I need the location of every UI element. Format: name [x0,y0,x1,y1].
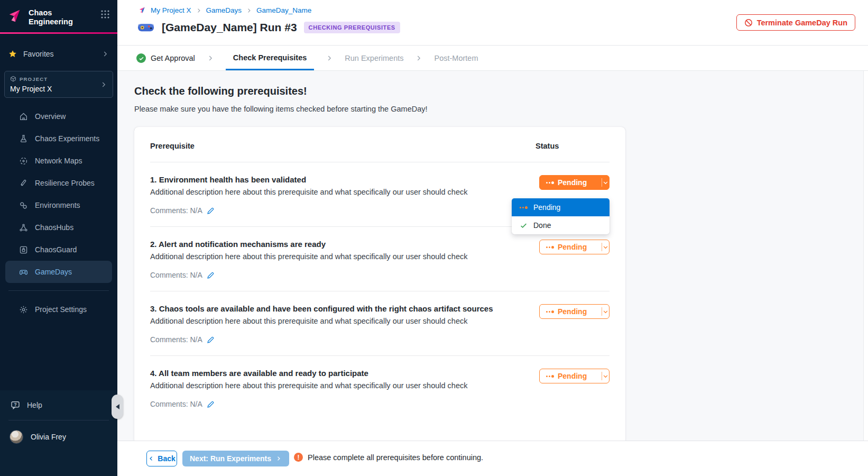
breadcrumb: My Project X GameDays GameDay_Name [138,6,311,14]
comments-label: Comments: N/A [150,335,202,344]
prerequisites-card: Prerequisite Status 1. Environment healt… [134,127,625,444]
warning-text: Please complete all prerequisites before… [308,453,483,462]
sidebar-item-resilience-probes[interactable]: Resilience Probes [5,172,112,194]
app-window: Chaos Engineering Favorites [0,0,868,476]
sidebar-item-label: Environments [35,201,80,209]
status-dropdown-button[interactable]: Pending [539,175,610,190]
status-dropdown-menu: Pending Done [512,198,610,234]
sidebar-item-label: ChaosHubs [35,223,73,232]
dropdown-option-pending[interactable]: Pending [512,198,610,216]
edit-pencil-icon[interactable] [207,271,215,279]
chevron-right-icon [326,46,333,70]
status-dropdown-button[interactable]: Pending [539,369,610,383]
dropdown-option-done[interactable]: Done [512,216,610,234]
avatar [10,430,23,444]
page-header: My Project X GameDays GameDay_Name [117,0,868,45]
back-button[interactable]: Back [146,451,177,466]
nine-dot-grid-icon[interactable] [100,10,110,19]
comments-label: Comments: N/A [150,206,202,215]
sidebar-item-label: Overview [35,112,66,121]
gear-icon [19,305,28,314]
sidebar-header: Chaos Engineering [0,0,117,32]
scrollbar-track[interactable] [863,71,868,441]
chaos-module-icon [7,8,23,24]
breadcrumb-link-project[interactable]: My Project X [151,6,191,14]
sidebar-item-overview[interactable]: Overview [5,105,112,127]
chevron-down-icon [602,179,609,186]
sidebar-item-favorites[interactable]: Favorites [0,42,117,66]
table-row: 4. All team members are available and re… [150,356,610,420]
check-circle-icon [136,53,146,63]
sidebar-item-gamedays[interactable]: GameDays [5,261,112,283]
sidebar-item-chaosguard[interactable]: ChaosGuard [5,239,112,261]
step-check-prerequisites[interactable]: Check Prerequisites [226,46,314,70]
content-subheading: Please make sure you have the following … [134,105,428,113]
sidebar-item-label: GameDays [35,268,72,276]
terminate-gameday-button[interactable]: Terminate GameDay Run [736,14,855,31]
step-run-experiments[interactable]: Run Experiments [345,46,403,70]
sidebar-item-label: Network Maps [35,157,82,165]
cube-icon [10,76,16,82]
sidebar-item-label: Project Settings [35,305,87,314]
step-get-approval[interactable]: Get Approval [136,46,195,70]
main-area: My Project X GameDays GameDay_Name [117,0,868,476]
alert-icon: ! [294,453,303,462]
column-status: Status [535,142,610,150]
chat-help-icon: ? [11,400,20,410]
chevron-down-icon [602,308,609,315]
sidebar-item-label: Resilience Probes [35,179,95,187]
app-title: Chaos Engineering [29,8,79,26]
step-post-mortem[interactable]: Post-Mortem [434,46,478,70]
sidebar-collapse-handle[interactable] [112,395,123,419]
home-icon [19,112,28,121]
comments-label: Comments: N/A [150,400,202,408]
collapse-left-icon [116,404,119,409]
user-name: Olivia Frey [31,433,66,441]
stepper: Get Approval Check Prerequisites Run Exp… [117,46,868,71]
status-dropdown-button[interactable]: Pending [539,240,610,254]
project-selector[interactable]: PROJECT My Project X [4,71,113,98]
probe-icon [19,179,28,188]
sidebar-item-project-settings[interactable]: Project Settings [0,298,117,321]
sidebar-divider [8,290,109,291]
user-menu[interactable]: Olivia Frey [0,420,117,453]
sidebar-bottom: ? Help Olivia Frey [0,390,117,476]
pending-dots-icon [520,206,528,209]
svg-text:?: ? [14,402,16,407]
favorites-label: Favorites [23,50,54,58]
chevron-down-icon [602,244,609,251]
sidebar: Chaos Engineering Favorites [0,0,117,476]
chevron-down-icon [602,373,609,380]
chevron-right-icon [100,81,107,88]
sidebar-menu: Overview Chaos Experiments Network Maps … [0,105,117,283]
table-row: 2. Alert and notification mechanisms are… [150,227,610,291]
environments-icon [19,201,28,210]
chevron-right-icon [207,46,214,70]
footer-warning: ! Please complete all prerequisites befo… [294,453,483,462]
help-label: Help [27,401,42,409]
help-button[interactable]: ? Help [0,390,117,420]
edit-pencil-icon[interactable] [207,207,215,215]
column-prerequisite: Prerequisite [150,142,195,150]
edit-pencil-icon[interactable] [207,400,215,408]
sidebar-item-chaos-experiments[interactable]: Chaos Experiments [5,127,112,150]
breadcrumb-link-gameday-name[interactable]: GameDay_Name [256,6,311,14]
chaos-module-icon [138,6,146,14]
sidebar-item-network-maps[interactable]: Network Maps [5,150,112,172]
hub-icon [19,223,28,232]
sidebar-item-chaoshubs[interactable]: ChaosHubs [5,216,112,239]
pending-dots-icon [546,181,554,184]
status-dropdown-button[interactable]: Pending [539,304,610,319]
table-row: 1. Environment health has been validated… [150,162,610,227]
pending-dots-icon [546,375,554,378]
next-run-experiments-button[interactable]: Next: Run Experiments [182,451,289,466]
edit-pencil-icon[interactable] [207,336,215,344]
chevron-right-icon [101,50,109,58]
comments-label: Comments: N/A [150,271,202,279]
chevron-right-icon [196,7,202,14]
lock-icon [19,245,28,254]
breadcrumb-link-gamedays[interactable]: GameDays [206,6,242,14]
gamepad-icon [19,268,28,277]
sidebar-item-environments[interactable]: Environments [5,194,112,216]
table-header: Prerequisite Status [150,127,610,162]
